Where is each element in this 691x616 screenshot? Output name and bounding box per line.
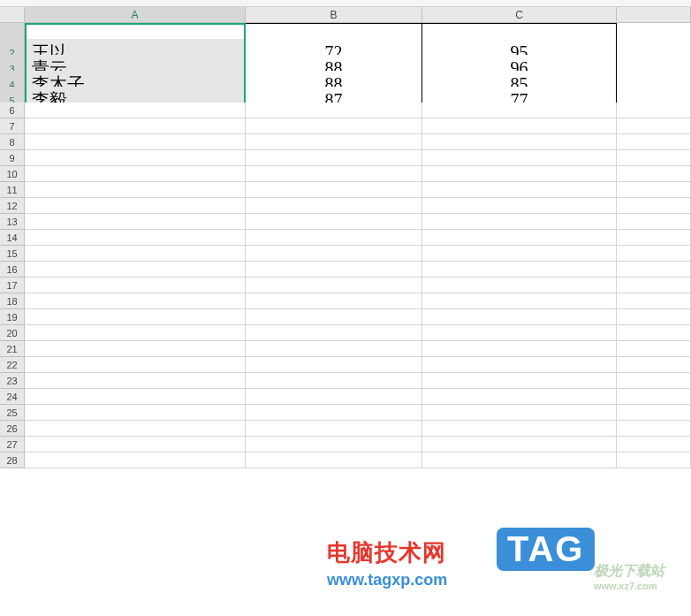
cell-empty[interactable]: [25, 278, 246, 293]
cell-empty[interactable]: [617, 198, 691, 214]
row-head-12[interactable]: 12: [0, 198, 25, 214]
row-head-13[interactable]: 13: [0, 214, 25, 230]
cell-empty[interactable]: [246, 293, 422, 309]
cell-empty[interactable]: [25, 198, 246, 214]
cell-empty[interactable]: [617, 421, 691, 437]
row-head-22[interactable]: 22: [0, 357, 25, 373]
cell-empty[interactable]: [617, 103, 691, 118]
cell-empty[interactable]: [617, 166, 691, 182]
cell-empty[interactable]: [246, 373, 422, 389]
cell-empty[interactable]: [25, 230, 246, 246]
cell-empty[interactable]: [422, 373, 617, 389]
cell-empty[interactable]: [246, 230, 422, 246]
cell-empty[interactable]: [422, 166, 617, 182]
cell-empty[interactable]: [422, 230, 617, 246]
cell-empty[interactable]: [422, 182, 617, 198]
cell-empty[interactable]: [617, 230, 691, 246]
row-head-6[interactable]: 6: [0, 103, 25, 118]
row-head-28[interactable]: 28: [0, 452, 25, 468]
cell-empty[interactable]: [246, 437, 422, 452]
cell-empty[interactable]: [25, 134, 246, 150]
cell-empty[interactable]: [422, 357, 617, 373]
row-head-14[interactable]: 14: [0, 230, 25, 246]
cell-empty[interactable]: [422, 405, 617, 421]
cell-empty[interactable]: [617, 325, 691, 341]
cell-empty[interactable]: [422, 198, 617, 214]
cell-empty[interactable]: [617, 341, 691, 357]
cell-empty[interactable]: [617, 405, 691, 421]
cell-empty[interactable]: [25, 389, 246, 405]
row-head-27[interactable]: 27: [0, 437, 25, 452]
cell-empty[interactable]: [25, 182, 246, 198]
cell-empty[interactable]: [617, 389, 691, 405]
cell-empty[interactable]: [422, 150, 617, 166]
cell-empty[interactable]: [246, 452, 422, 468]
col-head-a[interactable]: A: [25, 7, 246, 23]
cell-empty[interactable]: [617, 293, 691, 309]
select-all-corner[interactable]: [0, 7, 25, 23]
cell-empty[interactable]: [617, 182, 691, 198]
cell-empty[interactable]: [617, 118, 691, 134]
col-head-c[interactable]: C: [422, 7, 617, 23]
cell-empty[interactable]: [246, 262, 422, 278]
cell-empty[interactable]: [246, 246, 422, 262]
cell-empty[interactable]: [25, 118, 246, 134]
row-head-18[interactable]: 18: [0, 293, 25, 309]
spreadsheet-grid[interactable]: A B C 1 姓名 数学成绩 语文成绩 2 王以 72 95 3 青云 88 …: [0, 7, 691, 468]
row-head-23[interactable]: 23: [0, 373, 25, 389]
row-head-11[interactable]: 11: [0, 182, 25, 198]
row-head-26[interactable]: 26: [0, 421, 25, 437]
row-head-16[interactable]: 16: [0, 262, 25, 278]
cell-empty[interactable]: [422, 214, 617, 230]
cell-empty[interactable]: [25, 150, 246, 166]
cell-empty[interactable]: [246, 118, 422, 134]
row-head-20[interactable]: 20: [0, 325, 25, 341]
cell-empty[interactable]: [617, 309, 691, 325]
row-head-24[interactable]: 24: [0, 389, 25, 405]
cell-empty[interactable]: [422, 437, 617, 452]
row-head-21[interactable]: 21: [0, 341, 25, 357]
cell-empty[interactable]: [422, 421, 617, 437]
cell-empty[interactable]: [422, 103, 617, 118]
row-head-15[interactable]: 15: [0, 246, 25, 262]
row-head-9[interactable]: 9: [0, 150, 25, 166]
cell-empty[interactable]: [25, 325, 246, 341]
cell-empty[interactable]: [246, 405, 422, 421]
cell-empty[interactable]: [422, 341, 617, 357]
row-head-8[interactable]: 8: [0, 134, 25, 150]
row-head-19[interactable]: 19: [0, 309, 25, 325]
cell-empty[interactable]: [422, 134, 617, 150]
cell-empty[interactable]: [25, 341, 246, 357]
cell-empty[interactable]: [422, 293, 617, 309]
cell-empty[interactable]: [246, 103, 422, 118]
cell-empty[interactable]: [246, 182, 422, 198]
cell-empty[interactable]: [617, 373, 691, 389]
cell-empty[interactable]: [617, 278, 691, 293]
cell-empty[interactable]: [246, 421, 422, 437]
cell-empty[interactable]: [25, 405, 246, 421]
cell-empty[interactable]: [246, 134, 422, 150]
cell-empty[interactable]: [25, 246, 246, 262]
cell-empty[interactable]: [617, 214, 691, 230]
row-head-17[interactable]: 17: [0, 278, 25, 293]
cell-empty[interactable]: [25, 103, 246, 118]
cell-empty[interactable]: [25, 166, 246, 182]
col-head-b[interactable]: B: [246, 7, 422, 23]
cell-empty[interactable]: [422, 452, 617, 468]
cell-empty[interactable]: [25, 214, 246, 230]
cell-empty[interactable]: [617, 452, 691, 468]
cell-empty[interactable]: [25, 262, 246, 278]
cell-empty[interactable]: [422, 325, 617, 341]
cell-empty[interactable]: [422, 262, 617, 278]
cell-empty[interactable]: [25, 309, 246, 325]
cell-empty[interactable]: [246, 166, 422, 182]
cell-empty[interactable]: [246, 150, 422, 166]
cell-empty[interactable]: [422, 389, 617, 405]
cell-empty[interactable]: [246, 309, 422, 325]
col-head-d[interactable]: [617, 7, 691, 23]
row-head-7[interactable]: 7: [0, 118, 25, 134]
cell-empty[interactable]: [617, 150, 691, 166]
cell-empty[interactable]: [25, 373, 246, 389]
cell-empty[interactable]: [422, 278, 617, 293]
cell-empty[interactable]: [25, 293, 246, 309]
